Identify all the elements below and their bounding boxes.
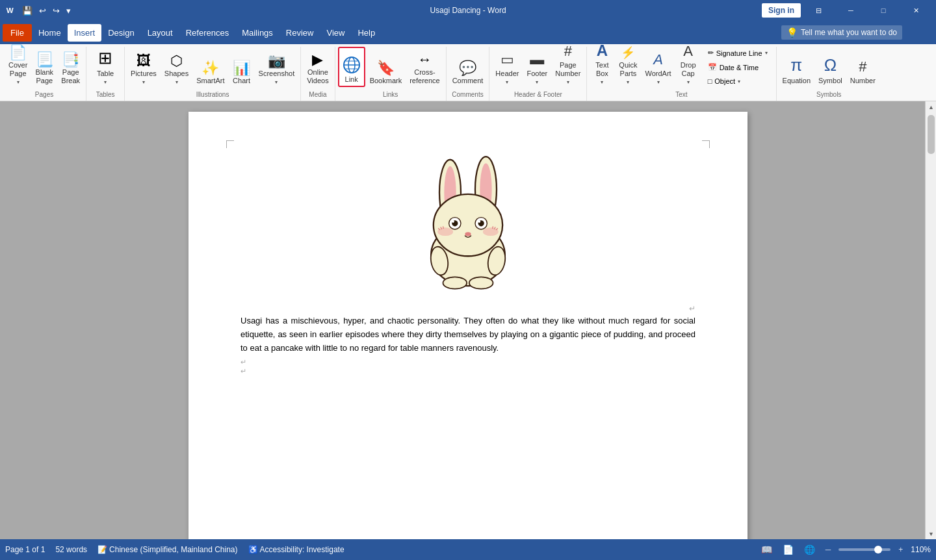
cross-reference-label: Cross-reference — [410, 68, 439, 85]
object-button[interactable]: □ Object ▾ — [704, 75, 772, 87]
language-indicator[interactable]: 📝 Chinese (Simplified, Mainland China) — [98, 545, 237, 554]
table-label: Table — [97, 70, 114, 78]
menu-insert[interactable]: Insert — [68, 24, 102, 42]
web-view-btn[interactable]: 🌐 — [801, 543, 818, 556]
status-bar: Page 1 of 1 52 words 📝 Chinese (Simplifi… — [0, 539, 936, 560]
comments-group-label: Comments — [449, 89, 487, 98]
comment-icon: 💬 — [459, 61, 476, 75]
zoom-thumb[interactable] — [874, 546, 882, 554]
tell-me-box[interactable]: 💡 Tell me what you want to do — [781, 25, 902, 40]
header-footer-buttons: ▭ Header ▾ ▬ Footer ▾ # PageNumber ▾ — [492, 47, 584, 87]
chart-label: Chart — [233, 77, 250, 85]
document-body-text[interactable]: Usagi has a mischievous, hyper, and chao… — [240, 314, 696, 355]
status-bar-right: 📖 📄 🌐 ─ + 110% — [759, 543, 931, 556]
page-break-label: PageBreak — [61, 68, 80, 85]
equation-button[interactable]: π Equation — [779, 47, 814, 87]
bookmark-label: Bookmark — [370, 77, 402, 85]
print-view-btn[interactable]: 📄 — [780, 543, 796, 556]
comment-label: Comment — [452, 77, 484, 85]
menu-help[interactable]: Help — [351, 24, 382, 42]
document-page[interactable]: ↵ Usagi has a mischievous, hyper, and ch… — [188, 112, 748, 539]
chart-button[interactable]: 📊 Chart — [229, 47, 254, 87]
menu-design[interactable]: Design — [101, 24, 140, 42]
footer-button[interactable]: ▬ Footer ▾ — [523, 47, 551, 87]
header-button[interactable]: ▭ Header ▾ — [492, 47, 522, 87]
link-button[interactable]: Link — [338, 47, 365, 87]
page-break-button[interactable]: 📑 PageBreak — [58, 47, 83, 87]
restore-window-btn[interactable]: ⊟ — [803, 0, 833, 21]
number-label: Number — [850, 77, 876, 85]
text-box-button[interactable]: A TextBox ▾ — [590, 47, 614, 87]
close-btn[interactable]: ✕ — [901, 0, 931, 21]
symbol-label: Symbol — [818, 77, 842, 85]
screenshot-button[interactable]: 📷 Screenshot ▾ — [255, 47, 298, 87]
menu-references[interactable]: References — [179, 24, 235, 42]
maximize-btn[interactable]: □ — [868, 0, 898, 21]
quick-parts-button[interactable]: ⚡ QuickParts ▾ — [616, 47, 640, 87]
menu-review[interactable]: Review — [280, 24, 320, 42]
header-label: Header — [495, 70, 519, 78]
menu-mailings[interactable]: Mailings — [235, 24, 280, 42]
smartart-button[interactable]: ✨ SmartArt — [193, 47, 228, 87]
save-btn[interactable]: 💾 — [20, 5, 35, 17]
cover-page-label: CoverPage — [8, 61, 27, 78]
comment-button[interactable]: 💬 Comment — [449, 47, 487, 87]
menu-bar: File Home Insert Design Layout Reference… — [0, 21, 936, 44]
undo-btn[interactable]: ↩ — [36, 5, 49, 17]
screenshot-label: Screenshot — [259, 70, 295, 78]
minimize-btn[interactable]: ─ — [836, 0, 866, 21]
object-icon: □ — [708, 77, 712, 85]
svg-line-27 — [493, 226, 493, 229]
accessibility-indicator[interactable]: ♿ Accessibility: Investigate — [248, 545, 344, 554]
svg-point-24 — [483, 227, 499, 236]
number-button[interactable]: # Number — [847, 47, 879, 87]
symbol-button[interactable]: Ω Symbol — [815, 47, 846, 87]
online-videos-button[interactable]: ▶ OnlineVideos — [304, 47, 332, 87]
word-icon: W — [5, 5, 16, 16]
menu-layout[interactable]: Layout — [141, 24, 179, 42]
footer-icon: ▬ — [530, 51, 544, 68]
menu-view[interactable]: View — [320, 24, 351, 42]
scroll-thumb[interactable] — [928, 115, 935, 154]
blank-page-button[interactable]: 📃 BlankPage — [32, 47, 57, 87]
tables-group-label: Tables — [89, 89, 122, 98]
zoom-out-btn[interactable]: ─ — [823, 544, 834, 555]
customize-qa-btn[interactable]: ▾ — [64, 5, 73, 17]
pilcrow-2: ↵ — [240, 358, 246, 366]
scroll-down-arrow[interactable]: ▼ — [926, 528, 936, 539]
ribbon-group-tables: ⊞ Table ▾ Tables — [86, 47, 125, 101]
signature-line-label: Signature Line — [716, 49, 762, 57]
media-group-label: Media — [304, 89, 332, 98]
title-bar-left: W 💾 ↩ ↪ ▾ — [5, 5, 73, 17]
document-title: Usagi Dancing - Word — [430, 6, 506, 15]
zoom-in-btn[interactable]: + — [896, 544, 905, 555]
menu-file[interactable]: File — [3, 24, 32, 42]
wordart-button[interactable]: A WordArt ▾ — [642, 47, 674, 87]
pilcrow-1: ↵ — [689, 304, 696, 313]
scrollbar-right[interactable]: ▲ ▼ — [925, 101, 936, 539]
drop-cap-button[interactable]: A DropCap ▾ — [676, 47, 701, 87]
signature-line-button[interactable]: ✏ Signature Line ▾ — [704, 47, 772, 59]
sign-in-button[interactable]: Sign in — [762, 3, 801, 18]
scroll-up-arrow[interactable]: ▲ — [926, 101, 936, 112]
pictures-button[interactable]: 🖼 Pictures ▾ — [127, 47, 160, 87]
table-button[interactable]: ⊞ Table ▾ — [89, 47, 122, 87]
svg-text:W: W — [6, 6, 14, 14]
blank-page-icon: 📃 — [36, 53, 53, 67]
drop-cap-icon: A — [683, 43, 693, 60]
pilcrow-3: ↵ — [240, 367, 246, 375]
page-number-arrow: ▾ — [567, 79, 569, 85]
object-label: Object — [714, 77, 735, 85]
shapes-button[interactable]: ⬡ Shapes ▾ — [161, 47, 192, 87]
title-bar: W 💾 ↩ ↪ ▾ Usagi Dancing - Word Sign in ⊟… — [0, 0, 936, 21]
screenshot-icon: 📷 — [268, 54, 285, 68]
menu-home[interactable]: Home — [32, 24, 68, 42]
bookmark-button[interactable]: 🔖 Bookmark — [367, 47, 406, 87]
date-time-button[interactable]: 📅 Date & Time — [704, 61, 772, 73]
read-view-btn[interactable]: 📖 — [759, 543, 775, 556]
page-number-button[interactable]: # PageNumber ▾ — [552, 47, 584, 87]
redo-btn[interactable]: ↪ — [50, 5, 62, 17]
zoom-slider[interactable] — [838, 548, 890, 551]
cover-page-button[interactable]: 📄 CoverPage ▾ — [5, 47, 31, 87]
cross-reference-button[interactable]: ↔ Cross-reference — [406, 47, 443, 87]
